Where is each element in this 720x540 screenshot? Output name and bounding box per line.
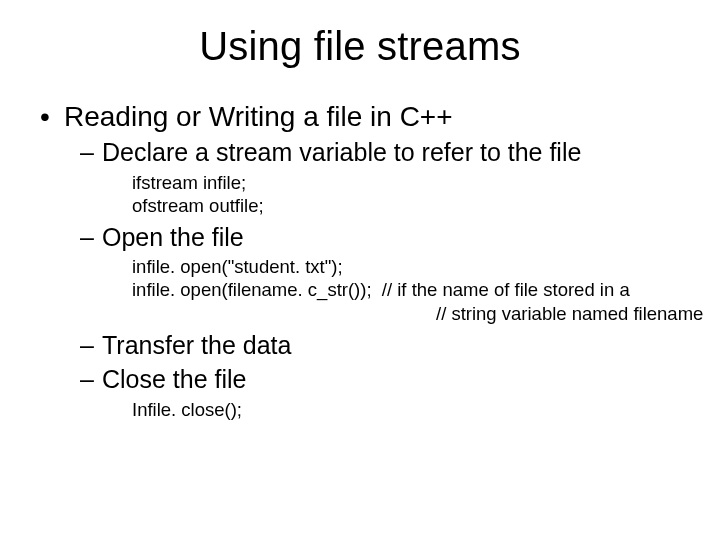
bullet-dot-icon: • — [40, 99, 64, 134]
dash-icon: – — [80, 221, 102, 254]
list-item: – Close the file — [80, 363, 680, 396]
code-line: infile. open("student. txt"); — [132, 255, 680, 278]
code-line: ofstream outfile; — [132, 194, 680, 217]
bullet-list-level2: – Open the file — [80, 221, 680, 254]
bullet-list-level2: – Declare a stream variable to refer to … — [80, 136, 680, 169]
code-block-declare: ifstream infile; ofstream outfile; — [132, 171, 680, 217]
list-item: – Open the file — [80, 221, 680, 254]
bullet-text: Transfer the data — [102, 329, 680, 362]
bullet-text: Close the file — [102, 363, 680, 396]
slide: Using file streams • Reading or Writing … — [0, 0, 720, 540]
code-line: Infile. close(); — [132, 398, 680, 421]
list-item: – Transfer the data — [80, 329, 680, 362]
bullet-list-level1: • Reading or Writing a file in C++ – Dec… — [40, 99, 680, 421]
code-block-close: Infile. close(); — [132, 398, 680, 421]
dash-icon: – — [80, 329, 102, 362]
code-line: // string variable named filename — [436, 302, 680, 325]
list-item: • Reading or Writing a file in C++ – Dec… — [40, 99, 680, 421]
code-line: infile. open(filename. c_str()); // if t… — [132, 278, 680, 301]
bullet-text: Reading or Writing a file in C++ — [64, 99, 680, 134]
dash-icon: – — [80, 136, 102, 169]
list-item: – Declare a stream variable to refer to … — [80, 136, 680, 169]
code-line: ifstream infile; — [132, 171, 680, 194]
slide-title: Using file streams — [40, 24, 680, 69]
dash-icon: – — [80, 363, 102, 396]
bullet-list-level2: – Transfer the data – Close the file — [80, 329, 680, 396]
bullet-text: Open the file — [102, 221, 680, 254]
code-block-open: infile. open("student. txt"); infile. op… — [132, 255, 680, 324]
bullet-text: Declare a stream variable to refer to th… — [102, 136, 680, 169]
